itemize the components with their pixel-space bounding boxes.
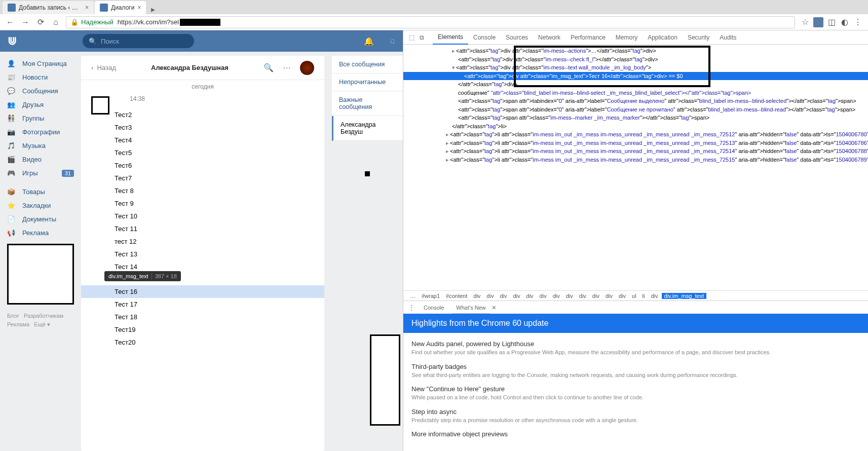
devtools-tab[interactable]: Security [683, 30, 714, 45]
message-line[interactable]: тест 12 [91, 235, 314, 248]
menu-icon[interactable]: ⋮ [853, 17, 863, 27]
dom-node[interactable]: ▾<attr">class="tag">div attr">class="im-… [403, 63, 868, 72]
music-icon[interactable]: ♫ [389, 36, 395, 46]
link-dev[interactable]: Разработчикам [24, 313, 63, 319]
devtools-tab[interactable]: Console [468, 30, 501, 45]
dom-node[interactable]: ▸<attr">class="tag">li attr">class="im-m… [403, 139, 868, 147]
devtools-tab[interactable]: Elements [433, 30, 468, 45]
message-line[interactable]: Тест5 [91, 146, 314, 159]
breadcrumb-item[interactable]: div [510, 293, 522, 299]
message-line[interactable]: Тест 8 [91, 184, 314, 197]
console-tab[interactable]: Console [420, 301, 448, 314]
dom-tree[interactable]: ▸<attr">class="tag">div attr">class="im-… [403, 45, 868, 290]
sidebar-item[interactable]: ⭐Закладки [0, 199, 81, 212]
sidebar-item[interactable]: 📰Новости [0, 70, 81, 84]
browser-tab-0[interactable]: Добавить запись ‹ Мир × [3, 1, 94, 14]
breadcrumb-item[interactable]: div [497, 293, 509, 299]
dom-node[interactable]: <attr">class="tag">div attr">class="im_m… [403, 72, 868, 81]
sidebar-item[interactable]: 📦Товары [0, 185, 81, 199]
link-ads[interactable]: Реклама [7, 321, 29, 327]
breadcrumb-item[interactable]: div [590, 293, 602, 299]
breadcrumb-item[interactable]: div [471, 293, 483, 299]
avatar[interactable] [300, 61, 314, 75]
message-line[interactable]: Тест 17 [91, 298, 314, 311]
sidebar-item[interactable]: 🎵Музыка [0, 139, 81, 153]
breadcrumb-item[interactable]: div.im_msg_text [662, 293, 707, 299]
back-button[interactable]: ← [5, 17, 15, 27]
url-input[interactable]: 🔒 Надежный https://vk.com/im?sel [66, 16, 795, 28]
new-tab-button[interactable]: ▸ [147, 5, 159, 14]
dom-node[interactable]: </attr">class="tag">div> [403, 80, 868, 89]
notifications-icon[interactable]: 🔔 [364, 36, 374, 46]
breadcrumb-item[interactable]: div [577, 293, 589, 299]
messages-list[interactable]: 14:38 Тест2Тест3Тест4Тест5Тест6Тест7Тест… [81, 93, 324, 451]
message-line[interactable]: Тест 13 [91, 248, 314, 260]
whatsnew-tab[interactable]: What's New [452, 301, 489, 314]
extension-icon[interactable]: ◫ [826, 17, 837, 27]
dom-node[interactable]: ▸<attr">class="tag">div attr">class="im-… [403, 47, 868, 55]
sidebar-item[interactable]: 💬Сообщения [0, 84, 81, 98]
devtools-tab[interactable]: Memory [611, 30, 643, 45]
dom-node[interactable]: <attr">class="tag">span attr">tabindex="… [403, 105, 868, 114]
breadcrumb-item[interactable]: div [484, 293, 496, 299]
dom-node[interactable]: </attr">class="tag">li> [403, 122, 868, 131]
link-blog[interactable]: Блог [7, 313, 19, 319]
breadcrumb-item[interactable]: li [640, 293, 648, 299]
message-line[interactable]: Тест 11 [91, 222, 314, 235]
message-line[interactable]: Тест3 [91, 121, 314, 134]
message-line[interactable]: Тест 18 [91, 311, 314, 323]
breadcrumb-item[interactable]: div [616, 293, 628, 299]
breadcrumb-item[interactable]: #content [443, 293, 470, 299]
back-button[interactable]: ‹ Назад [91, 64, 116, 71]
breadcrumb-item[interactable]: div [563, 293, 576, 299]
breadcrumb-item[interactable]: … [407, 293, 418, 299]
message-line[interactable]: Тест6 [91, 159, 314, 172]
message-line[interactable]: Тест4 [91, 134, 314, 146]
forward-button[interactable]: → [20, 17, 30, 27]
sidebar-item[interactable]: 👥Друзья [0, 98, 81, 111]
search-input[interactable]: 🔍 Поиск [83, 34, 194, 48]
menu-icon[interactable]: ⋮ [407, 304, 416, 312]
sidebar-item[interactable]: 👤Моя Страница [0, 57, 81, 70]
link-more[interactable]: Ещё ▾ [34, 321, 50, 327]
reload-button[interactable]: ⟳ [35, 17, 46, 27]
dom-node[interactable]: ▸<attr">class="tag">li attr">class="im-m… [403, 130, 868, 139]
extension-icon[interactable]: ◐ [840, 17, 850, 27]
breadcrumb-item[interactable]: #wrap1 [419, 293, 442, 299]
devtools-tab[interactable]: Application [643, 30, 683, 45]
close-icon[interactable]: × [137, 4, 141, 11]
sidebar-item[interactable]: 📢Реклама [0, 226, 81, 240]
devtools-tab[interactable]: Performance [565, 30, 611, 45]
breadcrumb-item[interactable]: ul [629, 293, 639, 299]
vk-logo-icon[interactable]: ⋓ [8, 34, 17, 48]
home-button[interactable]: ⌂ [51, 17, 61, 27]
dom-node[interactable]: <attr">class="tag">span attr">class="im-… [403, 114, 868, 122]
dom-node[interactable]: <attr">class="tag">span attr">tabindex="… [403, 97, 868, 105]
search-icon[interactable]: 🔍 [263, 63, 274, 72]
dom-node[interactable]: <attr">class="tag">div attr">class="im-m… [403, 55, 868, 64]
dom-node[interactable]: ▸<attr">class="tag">li attr">class="im-m… [403, 156, 868, 164]
extension-icon[interactable] [813, 17, 823, 27]
breadcrumb-item[interactable]: div [648, 293, 660, 299]
sidebar-item[interactable]: 👫Группы [0, 111, 81, 125]
message-line[interactable]: Тест7 [91, 172, 314, 184]
close-icon[interactable]: × [492, 304, 496, 312]
star-icon[interactable]: ☆ [800, 17, 810, 27]
devtools-tab[interactable]: Audits [714, 30, 741, 45]
dom-node[interactable]: сообщение" "attr">class="blind_label im-… [403, 89, 868, 97]
devtools-tab[interactable]: Network [533, 30, 565, 45]
more-icon[interactable]: ⋯ [283, 63, 291, 72]
breadcrumb-item[interactable]: div [550, 293, 562, 299]
filter-item[interactable]: Важные сообщения [332, 91, 403, 116]
sidebar-item[interactable]: 🎮Игры31 [0, 166, 81, 180]
filter-item[interactable]: Александра Бездуш [332, 116, 403, 141]
device-icon[interactable]: ⧉ [418, 33, 426, 42]
filter-item[interactable]: Непрочитанные [332, 73, 403, 91]
browser-tab-1[interactable]: Диалоги × [95, 1, 146, 14]
sidebar-item[interactable]: 📄Документы [0, 212, 81, 226]
message-line[interactable]: Тест19 [91, 323, 314, 336]
sidebar-item[interactable]: 📷Фотографии [0, 125, 81, 139]
message-line[interactable]: Тест20 [91, 336, 314, 349]
breadcrumb[interactable]: …#wrap1#contentdivdivdivdivdivdivdivdivd… [403, 290, 868, 300]
sidebar-item[interactable]: 🎬Видео [0, 153, 81, 166]
